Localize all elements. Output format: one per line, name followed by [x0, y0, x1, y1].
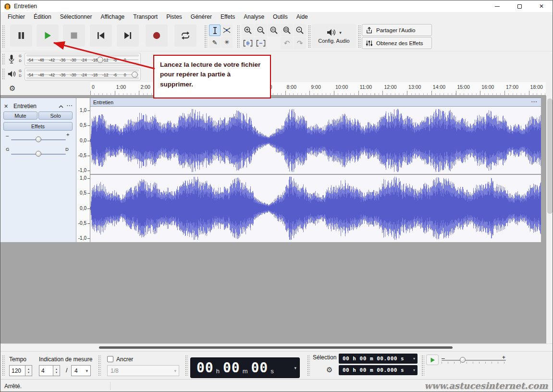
meter-scale-label: -48: [38, 73, 44, 77]
toolbar-grip[interactable]: [2, 68, 5, 80]
toolbar-grip[interactable]: [421, 355, 424, 376]
meter-scale-label: 0: [124, 73, 126, 77]
menu-item-5[interactable]: Pistes: [162, 12, 186, 21]
timeline-tick: [504, 91, 505, 95]
trim-audio-button[interactable]: [242, 37, 254, 49]
tempo-spinner[interactable]: ▴ ▾: [25, 365, 32, 376]
selection-end-field[interactable]: 00 h 00 m 00.000 s ▾: [339, 365, 418, 375]
hours-unit: h: [216, 368, 220, 375]
multi-tool-button[interactable]: ✳: [221, 37, 233, 48]
menu-item-7[interactable]: Effets: [216, 12, 239, 21]
audio-position-display[interactable]: 00 h 00 m 00 s ▾: [190, 357, 300, 378]
menu-item-10[interactable]: Aide: [292, 12, 312, 21]
pan-slider-thumb[interactable]: [36, 151, 41, 157]
snap-interval-select[interactable]: 1/8 ▾: [107, 365, 179, 376]
zoom-in-button[interactable]: [242, 24, 254, 37]
stop-button[interactable]: [63, 24, 85, 47]
selection-start-field[interactable]: 00 h 00 m 00.000 s ▾: [339, 354, 418, 364]
minimize-button[interactable]: [486, 0, 508, 12]
timeline-tick: [382, 91, 383, 95]
menu-item-3[interactable]: Affichage: [96, 12, 129, 21]
amplitude-scale-label: -1,0: [78, 168, 86, 173]
loop-button[interactable]: [174, 24, 197, 47]
horizontal-scrollbar[interactable]: [0, 343, 553, 351]
zoom-out-button[interactable]: [255, 24, 267, 37]
time-signature-spinner[interactable]: ▴ ▾: [53, 365, 60, 376]
amplitude-scale-label: 0,5: [80, 122, 86, 128]
record-button[interactable]: [146, 24, 168, 47]
toolbar-grip[interactable]: [2, 53, 5, 65]
playback-speed-thumb[interactable]: [460, 357, 466, 363]
share-audio-button[interactable]: Partager l'Audio: [362, 24, 432, 36]
get-effects-button[interactable]: Obtenez des Effets: [362, 37, 432, 49]
maximize-button[interactable]: [508, 0, 530, 12]
toolbar-grip[interactable]: [308, 25, 311, 48]
gain-slider-thumb[interactable]: [36, 136, 41, 142]
toolbar-grip[interactable]: [2, 355, 5, 376]
clip-menu-button[interactable]: ⋯: [531, 98, 537, 105]
recording-meter[interactable]: G D -54-48-42-36-30-24-18-12-60: [0, 52, 145, 66]
draw-tool-button[interactable]: ✎: [209, 37, 221, 48]
timeline-options-button[interactable]: ⚙: [9, 84, 15, 93]
undo-button[interactable]: ↶: [281, 37, 293, 49]
track-menu-button[interactable]: ⋯: [66, 102, 73, 109]
toolbar-grip[interactable]: [2, 25, 5, 48]
clip-header[interactable]: Entretien ⋯: [90, 98, 541, 107]
collapse-track-icon[interactable]: [59, 105, 63, 108]
menu-item-0[interactable]: Fichier: [3, 12, 29, 21]
zoom-selection-button[interactable]: [268, 24, 280, 37]
menu-item-8[interactable]: Analyse: [239, 12, 269, 21]
skip-start-button[interactable]: [90, 24, 112, 47]
menu-item-2[interactable]: Sélectionner: [56, 12, 97, 21]
close-button[interactable]: ✕: [530, 0, 553, 12]
timeline-tick: [358, 91, 359, 95]
audacity-window: Entretien ✕ FichierÉditionSélectionnerAf…: [0, 0, 553, 392]
playback-speed-slider[interactable]: [442, 360, 506, 361]
toolbar-grip[interactable]: [358, 25, 361, 48]
vertical-scrollbar-thumb[interactable]: [547, 98, 553, 214]
playback-meter[interactable]: G D -54-48-42-36-30-24-18-12-60: [0, 67, 145, 81]
track-close-button[interactable]: ✕: [4, 103, 8, 110]
meter-channel-labels: G D: [19, 69, 22, 78]
vertical-scrollbar[interactable]: [546, 96, 553, 343]
time-signature-denominator-select[interactable]: 4 ▾: [71, 365, 91, 376]
audio-setup-button[interactable]: ▾ Config. Audio: [312, 24, 356, 48]
selection-options-button[interactable]: ⚙: [326, 366, 332, 374]
caret-down-icon: ▾: [339, 30, 342, 35]
skip-end-button[interactable]: [117, 24, 139, 47]
zoom-toggle-button[interactable]: [294, 24, 306, 37]
menu-item-1[interactable]: Édition: [29, 12, 56, 21]
play-at-speed-button[interactable]: [426, 355, 439, 365]
playback-volume-thumb[interactable]: [132, 72, 138, 78]
zoom-fit-button[interactable]: [281, 24, 293, 37]
caret-down-icon: ▾: [174, 368, 176, 373]
track-name[interactable]: Entretien: [13, 103, 37, 110]
play-at-speed-icon: [430, 357, 436, 363]
redo-button[interactable]: ↷: [294, 37, 306, 49]
waveform-canvas[interactable]: [90, 107, 541, 242]
pause-button[interactable]: [10, 24, 32, 47]
timeline-area: ⚙ 01:002:003:004:005:006:007:008:009:001…: [0, 82, 553, 96]
menu-item-6[interactable]: Générer: [186, 12, 216, 21]
toolbar-grip[interactable]: [185, 355, 188, 376]
toolbar-grip[interactable]: [204, 25, 207, 48]
toolbar-grip[interactable]: [237, 25, 240, 48]
silence-audio-button[interactable]: [255, 37, 267, 49]
selection-tool-button[interactable]: [209, 24, 221, 36]
play-button[interactable]: [37, 24, 59, 47]
track-effects-button[interactable]: Effets: [3, 122, 73, 131]
mute-button[interactable]: Mute: [3, 111, 37, 120]
menu-item-4[interactable]: Transport: [129, 12, 162, 21]
time-signature-numerator-input[interactable]: [39, 365, 53, 376]
toolbar-grip[interactable]: [98, 355, 101, 376]
tempo-input[interactable]: [9, 365, 25, 376]
toolbar-grip[interactable]: [307, 355, 310, 376]
envelope-tool-button[interactable]: [221, 24, 233, 36]
meter-scale-label: -24: [81, 58, 87, 62]
snap-checkbox[interactable]: [107, 356, 113, 362]
track-control-panel: ✕ Entretien ⋯ Mute Solo Effets – + G D: [0, 98, 76, 242]
ruler-tick: [87, 110, 90, 111]
menu-item-9[interactable]: Outils: [269, 12, 292, 21]
solo-button[interactable]: Solo: [38, 111, 73, 120]
horizontal-scrollbar-thumb[interactable]: [99, 346, 453, 349]
